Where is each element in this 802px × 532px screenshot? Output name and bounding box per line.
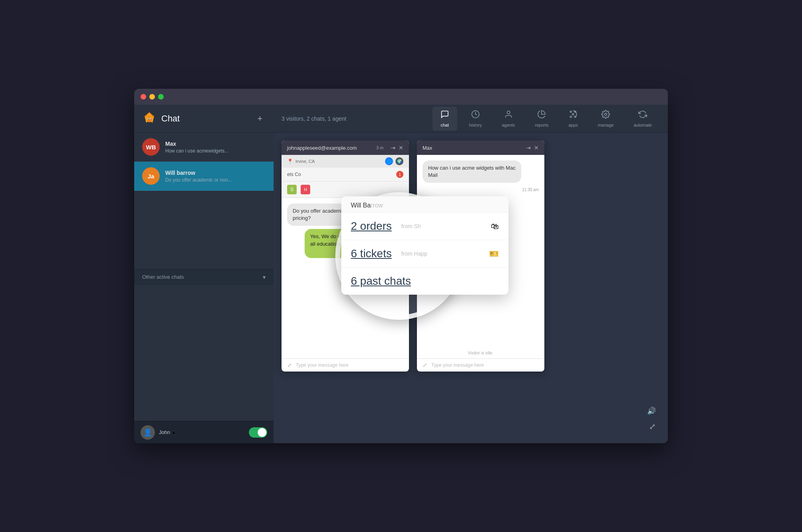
close-button[interactable] bbox=[141, 94, 146, 100]
popup-pastchats-count[interactable]: 6 past chats bbox=[351, 275, 411, 288]
main-content: 3 visitors, 2 chats, 1 agent chat bbox=[274, 105, 668, 443]
history-icon bbox=[471, 110, 480, 121]
other-chats-header[interactable]: Other active chats ▾ bbox=[134, 269, 274, 285]
idle-status-max: Visitor is idle. bbox=[417, 347, 544, 358]
globe2-icon: 🌍 bbox=[395, 157, 403, 165]
panel-will-browser-icons: 🌐 🌍 bbox=[385, 157, 403, 165]
fox-logo-icon bbox=[142, 111, 156, 126]
chat-info-max: Max How can i use acmewidgets... bbox=[165, 141, 266, 154]
title-bar bbox=[134, 89, 668, 105]
tab-reports-label: reports bbox=[535, 123, 548, 127]
chat-icon bbox=[440, 110, 449, 121]
panel-will-time: 3 m bbox=[376, 145, 383, 150]
panel-will-company: ets Co bbox=[287, 172, 396, 177]
chat-preview-max: How can i use acmewidgets... bbox=[165, 148, 266, 154]
tab-chat[interactable]: chat bbox=[432, 107, 457, 131]
tab-chat-label: chat bbox=[440, 123, 449, 127]
tab-history[interactable]: history bbox=[461, 107, 490, 131]
panel-max-header: Max ⇥ ✕ bbox=[417, 141, 544, 155]
panel-will-location-bar: 📍 Irvine, CA 🌐 🌍 bbox=[282, 155, 409, 168]
popup-orders-count[interactable]: 2 orders bbox=[351, 220, 392, 233]
messages-flex-max: How can i use acme widgets with Mac Mail… bbox=[423, 160, 539, 192]
workspace: johnappleseed@example.com 3 m ⇥ ✕ 📍 Irvi… bbox=[274, 133, 668, 443]
location-pin-icon: 📍 bbox=[287, 158, 293, 164]
popup-tickets-source: from Happ bbox=[401, 250, 427, 257]
sidebar: Chat + WB Max How can i use acmewidgets.… bbox=[134, 105, 274, 443]
sound-icon[interactable]: 🔊 bbox=[647, 407, 656, 415]
chat-list: WB Max How can i use acmewidgets... Ja W… bbox=[134, 133, 274, 269]
chat-preview-will: Do you offer academic or non... bbox=[165, 177, 266, 183]
sidebar-footer: 👤 John ▲ bbox=[134, 421, 274, 443]
svg-point-15 bbox=[604, 113, 607, 115]
tab-history-label: history bbox=[469, 123, 482, 127]
popup-card: Will Barrow 2 orders from Sh 🛍 6 tickets… bbox=[341, 196, 509, 295]
chevron-down-icon: ▾ bbox=[263, 274, 266, 280]
panel-will-email: johnappleseed@example.com bbox=[287, 145, 376, 151]
panel-max-expand-icon[interactable]: ⤢ bbox=[423, 362, 427, 368]
user-caret-icon: ▲ bbox=[172, 430, 176, 434]
logo bbox=[142, 111, 161, 126]
popup-tickets-row: 6 tickets from Happ 🎫 bbox=[341, 240, 509, 268]
apps-icon bbox=[569, 110, 577, 121]
panel-max-transfer-btn[interactable]: ⇥ bbox=[526, 145, 531, 151]
status-toggle[interactable] bbox=[249, 427, 267, 438]
chat-item-will[interactable]: Ja Will barrow Do you offer academic or … bbox=[134, 162, 274, 191]
panel-will-input-row: ⤢ Type your message here bbox=[282, 358, 409, 372]
manage-icon bbox=[601, 110, 610, 121]
app-body: Chat + WB Max How can i use acmewidgets.… bbox=[134, 105, 668, 443]
panel-will-location: Irvine, CA bbox=[295, 159, 315, 164]
panel-will-company-bar: ets Co 1 bbox=[282, 168, 409, 182]
svg-point-13 bbox=[570, 116, 572, 117]
minimize-button[interactable] bbox=[149, 94, 155, 100]
happyfox-logo-icon: 🎫 bbox=[489, 249, 499, 258]
reports-icon bbox=[537, 110, 546, 121]
happyfox-icon: H bbox=[301, 185, 310, 194]
maximize-button[interactable] bbox=[158, 94, 164, 100]
svg-point-11 bbox=[570, 111, 572, 112]
tab-apps-label: apps bbox=[569, 123, 578, 127]
msg-time-max: 11:30 am bbox=[423, 188, 539, 192]
panel-will-close-btn[interactable]: ✕ bbox=[399, 145, 403, 151]
visitor-count: 3 visitors, 2 chats, 1 agent bbox=[282, 115, 432, 122]
panel-will-apps-row: S H bbox=[282, 182, 409, 198]
traffic-lights bbox=[141, 94, 164, 100]
svg-point-14 bbox=[575, 116, 576, 117]
svg-point-6 bbox=[148, 118, 149, 119]
visitor-msg-max: How can i use acme widgets with Mac Mail bbox=[423, 160, 521, 183]
top-nav: 3 visitors, 2 chats, 1 agent chat bbox=[274, 105, 668, 133]
svg-point-7 bbox=[151, 118, 151, 119]
tab-automate[interactable]: automate bbox=[626, 107, 660, 131]
panel-will-input[interactable]: Type your message here bbox=[296, 362, 403, 368]
agents-icon bbox=[504, 110, 513, 121]
panel-will-expand-icon[interactable]: ⤢ bbox=[287, 362, 292, 368]
other-chats-label: Other active chats bbox=[142, 274, 263, 280]
shopify-icon: S bbox=[287, 185, 297, 194]
tab-reports[interactable]: reports bbox=[527, 107, 556, 131]
panel-will-transfer-btn[interactable]: ⇥ bbox=[391, 145, 395, 151]
chat-info-will: Will barrow Do you offer academic or non… bbox=[165, 170, 266, 183]
tab-agents[interactable]: agents bbox=[494, 107, 523, 131]
automate-icon bbox=[638, 110, 647, 121]
avatar-max: WB bbox=[142, 138, 160, 156]
chat-item-max[interactable]: WB Max How can i use acmewidgets... bbox=[134, 133, 274, 162]
globe-icon: 🌐 bbox=[385, 157, 393, 165]
fullscreen-icon[interactable]: ⤢ bbox=[649, 422, 656, 431]
tab-manage[interactable]: manage bbox=[590, 107, 622, 131]
chat-name-will: Will barrow bbox=[165, 170, 266, 176]
popup-tickets-count[interactable]: 6 tickets bbox=[351, 247, 392, 260]
popup-visitor-name: Will Barrow bbox=[351, 202, 383, 209]
svg-point-9 bbox=[507, 111, 510, 113]
tab-apps[interactable]: apps bbox=[561, 107, 586, 131]
tab-manage-label: manage bbox=[598, 123, 614, 127]
user-name: John bbox=[159, 429, 170, 435]
panel-max-input[interactable]: Type your message here bbox=[431, 362, 539, 368]
panel-max-close-btn[interactable]: ✕ bbox=[534, 145, 539, 151]
shopify-logo-icon: 🛍 bbox=[491, 222, 499, 231]
popup-pastchats-row: 6 past chats bbox=[341, 268, 509, 295]
chat-name-max: Max bbox=[165, 141, 266, 147]
toggle-knob bbox=[258, 428, 266, 437]
sidebar-header: Chat + bbox=[134, 105, 274, 133]
panel-max-name: Max bbox=[423, 145, 523, 151]
add-chat-button[interactable]: + bbox=[254, 112, 266, 125]
panel-max-input-row: ⤢ Type your message here bbox=[417, 358, 544, 372]
